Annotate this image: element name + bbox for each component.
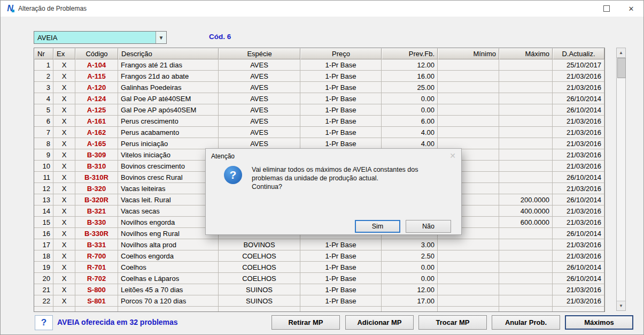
cell-maximo <box>499 138 553 149</box>
cell-descricao: Gal Poe AP até40SEM <box>118 93 219 104</box>
table-row[interactable]: 6XA-161Perus crescimentoAVES1-Pr Base6.0… <box>34 116 604 127</box>
cell-maximo <box>499 228 553 239</box>
column-header-ex[interactable]: Ex <box>53 48 75 59</box>
cell-ex: X <box>53 273 75 284</box>
scroll-down-icon[interactable]: ▼ <box>617 301 625 310</box>
cell-ex: X <box>53 250 75 262</box>
maximos-button[interactable]: Máximos <box>565 315 633 330</box>
app-window: N Alteração de Problemas ✕ AVEIA ▼ Cód. … <box>0 0 644 335</box>
table-row[interactable]: 1XA-104Frangos até 21 diasAVES1-Pr Base1… <box>34 59 604 71</box>
cell-codigo: B-310 <box>75 161 118 172</box>
cell-prevfb <box>382 307 438 312</box>
cell-prevfb: 2.50 <box>382 250 438 262</box>
cell-maximo <box>499 183 553 194</box>
table-row[interactable]: 19XR-701CoelhosCOELHOS1-Pr Base0.0026/10… <box>34 262 604 273</box>
no-button[interactable]: Não <box>406 220 451 233</box>
cell-data: 26/10/2014 <box>553 262 604 273</box>
trocar-mp-button[interactable]: Trocar MP <box>418 315 487 330</box>
cell-ex <box>53 307 75 312</box>
vertical-scrollbar[interactable]: ▲ ▼ <box>616 48 626 311</box>
cell-codigo: R-701 <box>75 262 118 273</box>
table-row[interactable]: 18XR-700Coelhos engordaCOELHOS1-Pr Base2… <box>34 250 604 262</box>
table-row[interactable]: 22XS-801Porcos 70 a 120 diasSUINOS1-Pr B… <box>34 295 604 307</box>
cell-nr: 1 <box>34 59 53 71</box>
cell-especie: AVES <box>219 138 300 149</box>
cell-codigo: B-320R <box>75 194 118 205</box>
column-header-preco[interactable]: Preço <box>300 48 382 59</box>
cell-especie: COELHOS <box>219 273 300 284</box>
table-row[interactable]: 17XB-331Novilhos alta prodBOVINOS1-Pr Ba… <box>34 239 604 250</box>
cell-codigo: A-161 <box>75 116 118 127</box>
help-icon[interactable]: ? <box>35 315 53 330</box>
cell-maximo <box>499 273 553 284</box>
cell-codigo: R-702 <box>75 273 118 284</box>
cell-maximo <box>499 307 553 312</box>
cell-nr: 13 <box>34 194 53 205</box>
cell-nr: 20 <box>34 273 53 284</box>
retirar-mp-button[interactable]: Retirar MP <box>271 315 340 330</box>
maximize-button[interactable] <box>594 1 619 17</box>
scroll-up-icon[interactable]: ▲ <box>617 48 625 58</box>
column-header-especie[interactable]: Espécie <box>219 48 300 59</box>
cell-maximo <box>499 82 553 93</box>
cell-minimo <box>438 284 499 295</box>
code-label: Cód. 6 <box>209 33 231 41</box>
anular-prob-button[interactable]: Anular Prob. <box>492 315 560 330</box>
column-header-prevfb[interactable]: Prev.Fb. <box>382 48 438 59</box>
status-text: AVEIA oferecida em 32 problemas <box>57 318 178 326</box>
table-row[interactable] <box>34 307 604 312</box>
cell-maximo <box>499 262 553 273</box>
column-header-descricao[interactable]: Descrição <box>118 48 219 59</box>
cell-preco: 1-Pr Base <box>300 71 382 82</box>
cell-data: 21/03/2016 <box>553 82 604 93</box>
column-header-dactualiz[interactable]: D.Actualiz. <box>553 48 604 59</box>
cell-codigo: A-124 <box>75 93 118 104</box>
cell-codigo: B-330R <box>75 228 118 239</box>
column-header-codigo[interactable]: Código <box>75 48 118 59</box>
cell-codigo: A-115 <box>75 71 118 82</box>
cell-nr: 6 <box>34 116 53 127</box>
cell-ex: X <box>53 239 75 250</box>
table-row[interactable]: 4XA-124Gal Poe AP até40SEMAVES1-Pr Base0… <box>34 93 604 104</box>
cell-codigo: B-320 <box>75 183 118 194</box>
table-row[interactable]: 3XA-120Galinhas PoedeirasAVES1-Pr Base25… <box>34 82 604 93</box>
cell-preco: 1-Pr Base <box>300 138 382 149</box>
cell-minimo <box>438 93 499 104</box>
column-header-minimo[interactable]: Mínimo <box>438 48 499 59</box>
cell-descricao: Novilhos eng Rural <box>118 228 219 239</box>
cell-maximo <box>499 239 553 250</box>
cell-codigo: B-331 <box>75 239 118 250</box>
dialog-close-icon[interactable]: ✕ <box>449 151 456 160</box>
cell-maximo <box>499 284 553 295</box>
adicionar-mp-button[interactable]: Adicionar MP <box>345 315 414 330</box>
cell-maximo: 400.0000 <box>499 205 553 217</box>
cell-minimo <box>438 250 499 262</box>
cell-nr: 16 <box>34 228 53 239</box>
cell-prevfb: 0.00 <box>382 273 438 284</box>
cell-maximo <box>499 93 553 104</box>
scrollbar-thumb[interactable] <box>617 58 626 78</box>
cell-descricao: Gal Poe AP após40SEM <box>118 104 219 116</box>
cell-maximo <box>499 59 553 71</box>
cell-nr: 15 <box>34 217 53 228</box>
chevron-down-icon[interactable]: ▼ <box>156 32 166 43</box>
table-row[interactable]: 5XA-125Gal Poe AP após40SEMAVES1-Pr Base… <box>34 104 604 116</box>
cell-minimo <box>438 82 499 93</box>
column-header-maximo[interactable]: Máximo <box>499 48 553 59</box>
table-row[interactable]: 8XA-165Perus iniciaçãoAVES1-Pr Base4.002… <box>34 138 604 149</box>
table-row[interactable]: 20XR-702Coelhas e LáparosCOELHOS1-Pr Bas… <box>34 273 604 284</box>
table-row[interactable]: 2XA-115Frangos 21d ao abateAVES1-Pr Base… <box>34 71 604 82</box>
cell-descricao: Vitelos iniciação <box>118 149 219 161</box>
cell-data: 21/03/2016 <box>553 205 604 217</box>
cell-ex: X <box>53 82 75 93</box>
table-row[interactable]: 21XS-800Leitões 45 a 70 diasSUINOS1-Pr B… <box>34 284 604 295</box>
column-header-nr[interactable]: Nr <box>34 48 53 59</box>
cell-nr: 8 <box>34 138 53 149</box>
cell-ex: X <box>53 161 75 172</box>
material-combobox[interactable]: AVEIA ▼ <box>34 31 167 44</box>
yes-button[interactable]: Sim <box>355 220 400 233</box>
table-row[interactable]: 7XA-162Perus acabamentoAVES1-Pr Base4.00… <box>34 127 604 138</box>
cell-especie: AVES <box>219 104 300 116</box>
maximize-icon <box>603 5 610 12</box>
close-button[interactable]: ✕ <box>619 1 643 17</box>
